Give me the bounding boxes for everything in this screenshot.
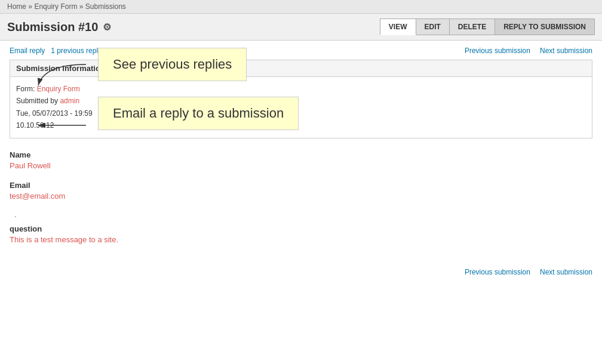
field-question: question This is a test message to a sit… <box>10 224 592 244</box>
field-question-value: This is a test message to a site. <box>10 235 592 244</box>
breadcrumb-sep2: » <box>79 2 84 11</box>
breadcrumb: Home » Enquiry Form » Submissions <box>0 0 602 14</box>
submitted-user-link[interactable]: admin <box>60 97 79 105</box>
sub-nav-left: Email reply 1 previous reply <box>10 47 102 55</box>
form-fields: Name Paul Rowell Email test@email.com · … <box>10 150 592 244</box>
field-email-label: Email <box>10 181 592 190</box>
page-title-container: Submission #10 ⚙ <box>7 20 111 34</box>
see-previous-callout: See previous replies <box>98 48 247 81</box>
email-reply-callout: Email a reply to a submission <box>98 97 299 130</box>
field-name-label: Name <box>10 150 592 159</box>
prev-submission-top[interactable]: Previous submission <box>465 47 530 55</box>
bottom-nav: Previous submission Next submission <box>10 262 592 276</box>
arrow-svg-2 <box>26 113 92 149</box>
submitted-by-label: Submitted by <box>16 97 58 105</box>
form-field: Form: Enquiry Form <box>16 83 586 95</box>
arrow-svg-1 <box>26 58 92 94</box>
sub-nav-right: Previous submission Next submission <box>465 47 592 55</box>
field-question-label: question <box>10 224 592 233</box>
prev-submission-bottom[interactable]: Previous submission <box>465 268 530 276</box>
field-name-value: Paul Rowell <box>10 161 592 170</box>
field-email-value: test@email.com <box>10 192 592 200</box>
header-buttons: VIEW EDIT DELETE REPLY TO SUBMISSION <box>380 18 595 35</box>
breadcrumb-enquiry[interactable]: Enquiry Form <box>34 2 77 11</box>
view-button[interactable]: VIEW <box>380 18 416 35</box>
breadcrumb-home[interactable]: Home <box>7 2 26 11</box>
previous-reply-link[interactable]: 1 previous reply <box>51 47 102 55</box>
edit-button[interactable]: EDIT <box>416 18 450 35</box>
field-email: Email test@email.com <box>10 181 592 200</box>
gear-icon[interactable]: ⚙ <box>103 21 111 33</box>
sub-nav: Email reply 1 previous reply Previous su… <box>10 47 592 55</box>
field-name: Name Paul Rowell <box>10 150 592 170</box>
main-content: Email reply 1 previous reply Previous su… <box>0 41 602 282</box>
email-reply-link[interactable]: Email reply <box>10 47 45 55</box>
breadcrumb-sep1: » <box>28 2 32 11</box>
page-title: Submission #10 <box>7 20 98 34</box>
delete-button[interactable]: DELETE <box>449 18 495 35</box>
reply-to-submission-button[interactable]: REPLY TO SUBMISSION <box>494 18 595 35</box>
next-submission-top[interactable]: Next submission <box>540 47 592 55</box>
next-submission-bottom[interactable]: Next submission <box>540 268 592 276</box>
page-header: Submission #10 ⚙ VIEW EDIT DELETE REPLY … <box>0 14 602 41</box>
submission-info-box: Submission information Form: Enquiry For… <box>10 60 592 138</box>
breadcrumb-submissions[interactable]: Submissions <box>85 2 126 11</box>
